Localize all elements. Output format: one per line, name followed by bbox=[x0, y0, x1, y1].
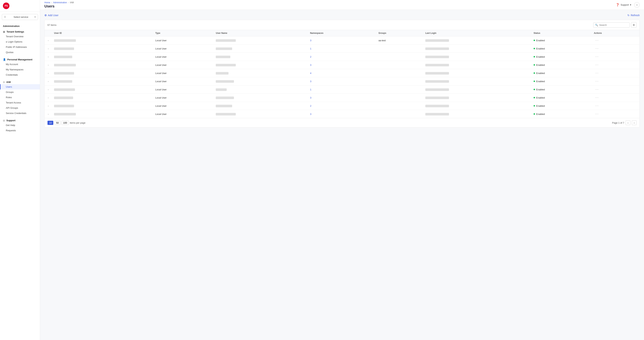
groups-cell bbox=[376, 85, 423, 94]
row-expand-button[interactable]: › bbox=[47, 88, 50, 91]
row-expand-button[interactable]: › bbox=[47, 96, 50, 99]
breadcrumb-admin[interactable]: Administration bbox=[53, 1, 67, 4]
support-section[interactable]: ◎ Support bbox=[0, 117, 40, 123]
row-actions-button[interactable]: ··· bbox=[594, 38, 600, 42]
row-actions-button[interactable]: ··· bbox=[594, 79, 600, 83]
next-page-button[interactable]: › bbox=[632, 120, 636, 125]
refresh-button[interactable]: ↻ Refresh bbox=[628, 14, 640, 17]
actions-cell: ··· bbox=[592, 110, 640, 118]
row-actions-button[interactable]: ··· bbox=[594, 96, 600, 100]
user-id-blurred bbox=[54, 96, 73, 99]
namespace-link[interactable]: 4 bbox=[310, 72, 311, 74]
row-actions-button[interactable]: ··· bbox=[594, 63, 600, 67]
row-actions-button[interactable]: ··· bbox=[594, 112, 600, 116]
sidebar-item-roles[interactable]: Roles bbox=[0, 95, 40, 100]
per-page-50[interactable]: 50 bbox=[54, 121, 60, 125]
sidebar-item-my-account[interactable]: My Account bbox=[0, 62, 40, 67]
row-expand-button[interactable]: › bbox=[47, 80, 50, 83]
type-cell: Local User bbox=[153, 53, 214, 61]
row-actions-button[interactable]: ··· bbox=[594, 104, 600, 108]
user-id-blurred bbox=[54, 113, 76, 115]
select-service-dropdown[interactable]: ⠿ Select service ▾ bbox=[2, 14, 38, 20]
sidebar-item-public-ip[interactable]: Public IP Addresses bbox=[0, 44, 40, 50]
search-area: 🔍 ⚙ bbox=[593, 22, 636, 28]
type-cell: Local User bbox=[153, 61, 214, 69]
namespace-link[interactable]: 2 bbox=[310, 55, 311, 58]
support-button-label: Support bbox=[620, 3, 629, 6]
last-login-cell bbox=[423, 36, 532, 44]
sidebar-item-credentials[interactable]: Credentials bbox=[0, 72, 40, 77]
sidebar-item-users[interactable]: Users bbox=[0, 84, 40, 89]
prev-page-button[interactable]: ‹ bbox=[626, 120, 630, 125]
row-expand-button[interactable]: › bbox=[47, 112, 50, 116]
table-settings-button[interactable]: ⚙ bbox=[631, 22, 636, 28]
namespace-link[interactable]: 3 bbox=[310, 80, 311, 83]
status-badge: Enabled bbox=[534, 80, 590, 83]
add-user-button[interactable]: ⊕ Add User bbox=[44, 13, 58, 17]
namespace-link[interactable]: 3 bbox=[310, 39, 311, 42]
username-cell bbox=[214, 102, 308, 110]
username-cell bbox=[214, 69, 308, 77]
type-cell: Local User bbox=[153, 77, 214, 85]
table-body: › Local User 3 aa-test Enabled bbox=[44, 36, 640, 118]
sidebar-item-my-namespaces[interactable]: My Namespaces bbox=[0, 67, 40, 72]
sidebar-item-service-credentials[interactable]: Service Credentials bbox=[0, 111, 40, 116]
breadcrumb-iam: IAM bbox=[70, 1, 74, 4]
search-wrapper: 🔍 bbox=[593, 22, 630, 28]
breadcrumb-home[interactable]: Home bbox=[44, 1, 50, 4]
row-expand-button[interactable]: › bbox=[47, 39, 50, 42]
namespace-link[interactable]: 1 bbox=[310, 88, 311, 91]
sidebar-item-quotas[interactable]: Quotas bbox=[0, 50, 40, 55]
row-expand-button[interactable]: › bbox=[47, 71, 50, 75]
tenant-settings-section[interactable]: ▦ Tenant Settings bbox=[0, 28, 40, 34]
search-input[interactable] bbox=[593, 22, 630, 28]
namespace-link[interactable]: 3 bbox=[310, 113, 311, 115]
status-badge: Enabled bbox=[534, 55, 590, 58]
sidebar: F5 ⠿ Select service ▾ Administration ▦ T… bbox=[0, 0, 40, 340]
last-login-blurred bbox=[425, 80, 449, 83]
sidebar-item-get-help[interactable]: Get Help bbox=[0, 123, 40, 128]
sidebar-item-api-groups[interactable]: API Groups bbox=[0, 105, 40, 111]
namespace-link[interactable]: 3 bbox=[310, 64, 311, 66]
user-id-blurred bbox=[54, 39, 76, 42]
administration-header: Administration bbox=[0, 22, 40, 28]
row-expand-button[interactable]: › bbox=[47, 63, 50, 67]
user-id-cell bbox=[52, 53, 153, 61]
row-expand-button[interactable]: › bbox=[47, 104, 50, 108]
last-login-blurred bbox=[425, 105, 449, 107]
row-actions-button[interactable]: ··· bbox=[594, 87, 600, 91]
sidebar-item-tenant-access[interactable]: Tenant Access bbox=[0, 100, 40, 105]
row-expand-button[interactable]: › bbox=[47, 47, 50, 50]
user-id-cell bbox=[52, 61, 153, 69]
per-page-10[interactable]: 10 bbox=[48, 121, 53, 125]
expand-cell: › bbox=[44, 94, 52, 102]
sidebar-item-groups[interactable]: Groups bbox=[0, 89, 40, 95]
namespace-link[interactable]: 3 bbox=[310, 96, 311, 99]
page-title: Users bbox=[44, 4, 74, 8]
sidebar-item-tenant-overview[interactable]: Tenant Overview bbox=[0, 34, 40, 39]
iam-section[interactable]: ⊙ IAM bbox=[0, 79, 40, 84]
user-id-cell bbox=[52, 44, 153, 53]
row-actions-button[interactable]: ··· bbox=[594, 71, 600, 75]
tenant-settings-icon: ▦ bbox=[3, 30, 5, 33]
user-id-blurred bbox=[54, 56, 72, 58]
personal-management-section[interactable]: 👤 Personal Management bbox=[0, 56, 40, 62]
logo-area: F5 bbox=[0, 0, 40, 12]
row-actions-button[interactable]: ··· bbox=[594, 46, 600, 50]
status-label: Enabled bbox=[536, 39, 545, 42]
namespace-link[interactable]: 2 bbox=[310, 104, 311, 107]
support-section-icon: ◎ bbox=[3, 119, 5, 122]
type-cell: Local User bbox=[153, 102, 214, 110]
status-dot-icon bbox=[534, 80, 535, 82]
per-page-100[interactable]: 100 bbox=[62, 121, 69, 125]
last-login-blurred bbox=[425, 113, 449, 115]
grid-dots-icon: ⠿ bbox=[4, 16, 6, 18]
support-button[interactable]: ❓ Support ▾ bbox=[616, 3, 631, 6]
sidebar-item-requests[interactable]: Requests bbox=[0, 128, 40, 133]
row-expand-button[interactable]: › bbox=[47, 55, 50, 58]
sidebar-item-login-options[interactable]: ●Login Options bbox=[0, 39, 40, 44]
row-actions-button[interactable]: ··· bbox=[594, 55, 600, 59]
col-header-status: Status bbox=[532, 30, 592, 36]
user-avatar-button[interactable]: ○ bbox=[634, 2, 640, 8]
namespace-link[interactable]: 1 bbox=[310, 47, 311, 50]
